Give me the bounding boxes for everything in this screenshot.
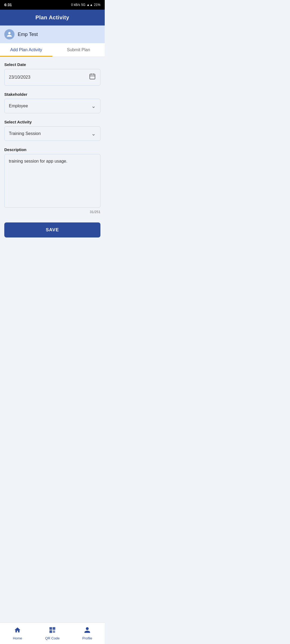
page-title: Plan Activity	[35, 14, 69, 20]
tab-submit-plan[interactable]: Submit Plan	[52, 43, 105, 57]
description-label: Description	[4, 147, 100, 152]
stakeholder-label: Stakeholder	[4, 92, 100, 97]
calendar-icon[interactable]	[89, 73, 96, 82]
activity-value: Training Session	[9, 131, 41, 136]
tabs-container: Add Plan Activity Submit Plan	[0, 43, 105, 57]
save-button[interactable]: SAVE	[4, 222, 100, 237]
form-content: Select Date Stakeholder Employee ⌄ Selec…	[0, 57, 105, 270]
activity-field-group: Select Activity Training Session ⌄	[4, 120, 100, 141]
status-bar: 6:31 0 kB/s 5G ▲▲ 21%	[0, 0, 105, 10]
activity-select[interactable]: Training Session ⌄	[4, 126, 100, 141]
status-network: 5G	[81, 3, 85, 7]
stakeholder-field-group: Stakeholder Employee ⌄	[4, 92, 100, 113]
activity-label: Select Activity	[4, 120, 100, 124]
status-time: 6:31	[4, 3, 12, 7]
date-field-group: Select Date	[4, 62, 100, 86]
tab-add-plan[interactable]: Add Plan Activity	[0, 43, 52, 57]
user-name: Emp Test	[18, 32, 38, 37]
header: Plan Activity	[0, 10, 105, 25]
description-textarea[interactable]: training session for app usage.	[4, 154, 100, 208]
char-count: 31/251	[4, 210, 100, 214]
stakeholder-chevron-down-icon: ⌄	[91, 103, 96, 109]
date-label: Select Date	[4, 62, 100, 67]
svg-rect-0	[90, 74, 95, 79]
status-kbps: 0 kB/s	[71, 3, 80, 7]
stakeholder-value: Employee	[9, 104, 28, 108]
date-input[interactable]	[9, 75, 89, 80]
status-right: 0 kB/s 5G ▲▲ 21%	[71, 3, 100, 7]
activity-chevron-down-icon: ⌄	[91, 130, 96, 137]
description-field-group: Description training session for app usa…	[4, 147, 100, 214]
stakeholder-select[interactable]: Employee ⌄	[4, 99, 100, 113]
user-avatar-icon	[4, 29, 15, 39]
date-input-wrapper[interactable]	[4, 69, 100, 86]
status-battery: 21%	[94, 3, 100, 7]
user-row: Emp Test	[0, 25, 105, 43]
status-signal-icon: ▲▲	[86, 3, 93, 7]
